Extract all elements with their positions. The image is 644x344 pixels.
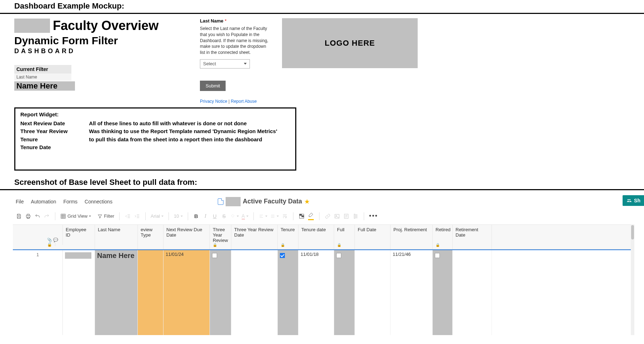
divider (0, 13, 644, 14)
cell-full-date[interactable] (355, 250, 391, 335)
fill-color-icon[interactable] (230, 214, 239, 219)
col-retired[interactable]: Retired🔒 (433, 225, 453, 249)
font-dropdown[interactable]: Arial (151, 213, 163, 219)
cell-retired[interactable] (433, 250, 453, 335)
redo-icon[interactable] (44, 213, 50, 219)
print-icon[interactable] (25, 213, 31, 219)
sheet-toolbar: Grid View Filter Arial 10 B I U S A ••• (0, 209, 644, 222)
form-help-text: Select the Last name of the Faculty that… (200, 26, 271, 56)
dashboard-subtitle: DASHBOARD (14, 47, 189, 55)
col-three-year-review-date[interactable]: Three Year Review Date (231, 225, 278, 249)
align-vertical-icon[interactable] (270, 214, 279, 219)
align-horizontal-icon[interactable] (259, 214, 267, 219)
vertical-scrollbar[interactable] (631, 224, 634, 335)
menu-automation[interactable]: Automation (31, 199, 56, 204)
grid-icon (60, 213, 66, 219)
checkbox-unchecked[interactable] (336, 253, 341, 258)
col-review-type[interactable]: eview Type (138, 225, 163, 249)
col-proj-retirement[interactable]: Proj. Retirement (391, 225, 433, 249)
sheet-grid: 📎 💬 🔒 ⋮ Employee ID Last Name eview Type… (13, 224, 631, 335)
menu-forms[interactable]: Forms (63, 199, 77, 204)
link-icon[interactable] (324, 213, 331, 219)
lock-column-icon[interactable] (352, 213, 359, 219)
lock-icon: 🔒 (436, 243, 449, 247)
sheet-screenshot: File Automation Forms Connections Active… (0, 191, 644, 339)
report-abuse-link[interactable]: Report Abuse (231, 99, 257, 104)
indent-icon[interactable] (134, 213, 140, 219)
report-widget-labels: Next Review Date Three Year Review Tenur… (20, 120, 67, 152)
lock-icon: 🔒 (213, 243, 228, 247)
cell-review-type[interactable] (138, 250, 163, 335)
filter-icon (97, 214, 102, 219)
col-last-name[interactable]: Last Name (95, 225, 138, 249)
logo-placeholder-small (14, 19, 50, 33)
save-icon[interactable] (16, 213, 22, 219)
sheet-menu-bar: File Automation Forms Connections (16, 199, 112, 204)
italic-icon[interactable]: I (202, 213, 209, 219)
wrap-text-icon[interactable] (282, 213, 288, 219)
outdent-icon[interactable] (125, 213, 131, 219)
svg-rect-0 (61, 214, 65, 218)
cell-proj-retirement[interactable]: 11/21/46 (391, 250, 433, 335)
svg-rect-7 (354, 214, 355, 218)
conditional-format-icon[interactable] (298, 213, 305, 219)
image-icon[interactable] (334, 213, 340, 219)
cell-retirement-date[interactable] (453, 250, 492, 335)
col-full[interactable]: Full🔒 (334, 225, 355, 249)
col-retirement-date[interactable]: Retirement Date (453, 225, 492, 249)
mockup-heading: Dashboard Example Mockup: (0, 0, 644, 12)
report-widget-title: Report Widget: (20, 111, 290, 117)
name-here-placeholder: Name Here (14, 81, 75, 91)
grid-header-row: 📎 💬 🔒 ⋮ Employee ID Last Name eview Type… (13, 224, 631, 249)
cell-employee-id[interactable] (63, 250, 95, 335)
last-name-select[interactable]: Select (200, 59, 250, 69)
text-color-icon[interactable]: A (242, 213, 248, 219)
checkbox-checked[interactable] (280, 253, 285, 258)
row-number[interactable]: 1 (13, 250, 62, 257)
more-icon[interactable]: ••• (369, 212, 378, 220)
attachment-icon[interactable] (343, 213, 349, 219)
report-widget: Report Widget: Next Review Date Three Ye… (14, 107, 296, 171)
font-size-dropdown[interactable]: 10 (174, 213, 182, 219)
undo-icon[interactable] (34, 213, 41, 219)
menu-connections[interactable]: Connections (85, 199, 112, 204)
grid-body: 1 Name Here 11/01/24 11/01/18 11/21/46 (13, 249, 631, 335)
logo-here-placeholder: LOGO HERE (282, 18, 418, 68)
col-three-year-review[interactable]: Three Year Review🔒 (210, 225, 231, 249)
required-asterisk: * (225, 18, 226, 24)
faculty-overview-title: Faculty Overview (53, 18, 159, 33)
cell-three-year-review[interactable] (210, 250, 231, 335)
cell-tenure-date[interactable]: 11/01/18 (298, 250, 334, 335)
checkbox-unchecked[interactable] (212, 253, 217, 258)
cell-next-review-due[interactable]: 11/01/24 (163, 250, 210, 335)
submit-button[interactable]: Submit (200, 81, 226, 91)
cell-tenure[interactable] (278, 250, 298, 335)
highlight-icon[interactable] (308, 213, 314, 219)
sheet-title-area: Active Faculty Data ★ (218, 197, 310, 206)
col-tenure-date[interactable]: Tenure date (298, 225, 334, 249)
checkbox-unchecked[interactable] (435, 253, 440, 258)
select-placeholder: Select (203, 61, 216, 66)
col-next-review-due[interactable]: Next Review Due Date (163, 225, 210, 249)
col-full-date[interactable]: Full Date (355, 225, 391, 249)
underline-icon[interactable]: U (212, 213, 218, 219)
col-employee-id[interactable]: Employee ID (63, 225, 95, 249)
form-field-label: Last Name * (200, 18, 271, 24)
filter-button[interactable]: Filter (97, 213, 114, 219)
form-footer-links: Privacy Notice | Report Abuse (200, 99, 271, 104)
current-filter-field-label: Last Name (14, 74, 71, 81)
grid-view-dropdown[interactable]: Grid View (60, 213, 91, 219)
menu-file[interactable]: File (16, 199, 24, 204)
svg-rect-2 (300, 214, 302, 216)
share-button[interactable]: Sh (623, 195, 644, 206)
col-tenure[interactable]: Tenure🔒 (278, 225, 298, 249)
cell-full[interactable] (334, 250, 355, 335)
strikethrough-icon[interactable]: S (221, 213, 227, 219)
cell-last-name[interactable]: Name Here (95, 250, 138, 335)
chevron-down-icon (244, 63, 247, 65)
bold-icon[interactable]: B (193, 213, 200, 219)
cell-three-year-review-date[interactable] (231, 250, 278, 335)
star-icon[interactable]: ★ (304, 198, 310, 206)
privacy-notice-link[interactable]: Privacy Notice (200, 99, 227, 104)
people-icon (626, 198, 632, 203)
